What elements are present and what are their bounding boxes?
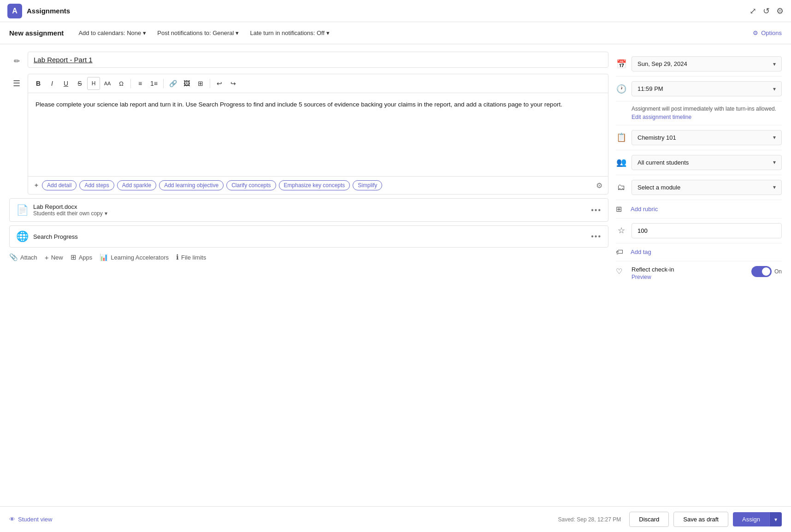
- eye-icon: 👁: [9, 516, 15, 523]
- attach-action[interactable]: 📎 Attach: [9, 253, 37, 261]
- top-bar: A Assignments ⤢ ↺ ⚙: [0, 0, 791, 22]
- left-panel: ✏ Lab Report - Part 1 ☰ B I U S H AA: [9, 52, 608, 499]
- late-turn-dropdown[interactable]: Late turn in notifications: Off ▾: [246, 28, 333, 38]
- assign-chevron-button[interactable]: ▾: [769, 512, 782, 526]
- chevron-down-icon: ▾: [143, 30, 146, 36]
- ai-chip-simplify[interactable]: Simplify: [353, 180, 382, 190]
- due-time-select[interactable]: 11:59 PM ▾: [632, 81, 782, 96]
- reflect-toggle[interactable]: [751, 266, 772, 277]
- attachment-info-docx: Lab Report.docx Students edit their own …: [33, 203, 586, 217]
- main-content: ✏ Lab Report - Part 1 ☰ B I U S H AA: [0, 44, 791, 506]
- underline-button[interactable]: U: [59, 77, 72, 90]
- add-tag-row[interactable]: 🏷 Add tag: [616, 243, 782, 261]
- list-icon: ☰: [13, 78, 20, 89]
- attachment-menu-search[interactable]: •••: [591, 232, 602, 241]
- calendar-dropdown[interactable]: Add to calendars: None ▾: [75, 28, 150, 38]
- ai-chip-add-detail[interactable]: Add detail: [42, 180, 77, 190]
- class-row: 📋 Chemistry 101 ▾: [616, 125, 782, 150]
- pencil-icon: ✏: [14, 57, 20, 65]
- apps-action[interactable]: ⊞ Apps: [71, 253, 93, 261]
- attachment-info-search: Search Progress: [33, 233, 586, 240]
- title-row: Lab Report - Part 1: [28, 52, 608, 68]
- assignment-note-section: Assignment will post immediately with la…: [616, 101, 782, 125]
- due-date-select[interactable]: Sun, Sep 29, 2024 ▾: [632, 56, 782, 71]
- expand-icon[interactable]: ⤢: [750, 6, 756, 16]
- docx-icon: 📄: [16, 204, 29, 216]
- options-button[interactable]: ⚙ Options: [753, 30, 782, 36]
- ai-settings-icon[interactable]: ⚙: [596, 181, 602, 190]
- image-button[interactable]: 🖼: [180, 77, 193, 90]
- new-action[interactable]: + New: [45, 254, 63, 261]
- actions-bar: 📎 Attach + New ⊞ Apps 📊 Learning Acceler…: [9, 251, 608, 263]
- file-limits-action[interactable]: ℹ File limits: [176, 253, 206, 261]
- refresh-icon[interactable]: ↺: [763, 6, 770, 16]
- special-char-button[interactable]: Ω: [115, 77, 128, 90]
- editor-body[interactable]: Please complete your science lab report …: [28, 93, 608, 176]
- link-button[interactable]: 🔗: [166, 77, 179, 90]
- students-row: 👥 All current students ▾: [616, 150, 782, 175]
- attachment-docx: 📄 Lab Report.docx Students edit their ow…: [9, 198, 608, 222]
- points-input[interactable]: [632, 223, 782, 238]
- bold-button[interactable]: B: [32, 77, 45, 90]
- italic-button[interactable]: I: [46, 77, 59, 90]
- attachment-menu-docx[interactable]: •••: [591, 206, 602, 214]
- chevron-down-icon: ▾: [236, 30, 239, 36]
- app-title: Assignments: [27, 7, 70, 15]
- editor-container: B I U S H AA Ω ≡ 1≡ 🔗 🖼 ⊞ ↩ ↪: [28, 74, 608, 195]
- new-icon: +: [45, 254, 49, 261]
- new-assignment-title: New assignment: [9, 29, 64, 37]
- learning-accelerators-action[interactable]: 📊 Learning Accelerators: [100, 253, 169, 261]
- settings-icon[interactable]: ⚙: [776, 6, 784, 16]
- font-size-button[interactable]: AA: [101, 77, 114, 90]
- bullet-list-button[interactable]: ≡: [134, 77, 147, 90]
- web-icon: 🌐: [16, 231, 29, 242]
- add-rubric-row[interactable]: ⊞ Add rubric: [616, 200, 782, 219]
- strikethrough-button[interactable]: S: [73, 77, 86, 90]
- attachment-search-progress: 🌐 Search Progress •••: [9, 225, 608, 248]
- edit-timeline-link[interactable]: Edit assignment timeline: [632, 114, 691, 120]
- assign-group: Assign ▾: [733, 512, 782, 526]
- footer-right: Saved: Sep 28, 12:27 PM Discard Save as …: [558, 512, 782, 527]
- module-select[interactable]: Select a module ▾: [632, 180, 782, 195]
- discard-button[interactable]: Discard: [629, 512, 669, 527]
- ordered-list-button[interactable]: 1≡: [148, 77, 160, 90]
- assignment-title[interactable]: Lab Report - Part 1: [34, 56, 93, 64]
- ai-chip-clarify-concepts[interactable]: Clarify concepts: [226, 180, 276, 190]
- ai-chip-add-steps[interactable]: Add steps: [79, 180, 114, 190]
- chevron-down-icon: ▾: [773, 184, 776, 190]
- points-row: ☆: [616, 219, 782, 243]
- redo-button[interactable]: ↪: [227, 77, 240, 90]
- undo-button[interactable]: ↩: [213, 77, 226, 90]
- assign-button[interactable]: Assign: [733, 512, 769, 526]
- right-panel: 📅 Sun, Sep 29, 2024 ▾ 🕐 11:59 PM ▾ Assig…: [616, 52, 782, 499]
- table-button[interactable]: ⊞: [194, 77, 207, 90]
- ai-chip-emphasize-key-concepts[interactable]: Emphasize key concepts: [279, 180, 350, 190]
- students-select[interactable]: All current students ▾: [632, 155, 782, 170]
- save-draft-button[interactable]: Save as draft: [673, 512, 728, 527]
- ai-icon: ✦: [34, 182, 39, 189]
- class-select[interactable]: Chemistry 101 ▾: [632, 130, 782, 145]
- notifications-dropdown[interactable]: Post notifications to: General ▾: [153, 28, 242, 38]
- students-icon: 👥: [616, 157, 627, 167]
- sub-header-controls: Add to calendars: None ▾ Post notificati…: [75, 28, 333, 38]
- rubric-icon: ⊞: [616, 205, 627, 213]
- tag-icon: 🏷: [616, 248, 627, 256]
- chevron-down-icon: ▾: [773, 61, 776, 67]
- apps-icon: ⊞: [71, 253, 77, 261]
- module-icon: 🗂: [616, 183, 627, 192]
- chevron-down-icon: ▾: [326, 30, 330, 36]
- app-icon: A: [7, 4, 22, 18]
- student-view-button[interactable]: 👁 Student view: [9, 516, 52, 523]
- gear-icon: ⚙: [753, 30, 758, 36]
- module-row: 🗂 Select a module ▾: [616, 175, 782, 200]
- ai-chip-add-sparkle[interactable]: Add sparkle: [117, 180, 156, 190]
- star-icon: ☆: [616, 225, 627, 236]
- highlight-button[interactable]: H: [87, 77, 100, 90]
- chevron-down-icon: ▾: [773, 86, 776, 92]
- ai-chip-add-learning-objective[interactable]: Add learning objective: [159, 180, 224, 190]
- top-bar-actions: ⤢ ↺ ⚙: [750, 6, 784, 16]
- file-limits-icon: ℹ: [176, 253, 179, 261]
- editor-toolbar: B I U S H AA Ω ≡ 1≡ 🔗 🖼 ⊞ ↩ ↪: [28, 74, 608, 93]
- toolbar-sep-3: [210, 79, 210, 88]
- chevron-down-icon: ▾: [105, 210, 107, 217]
